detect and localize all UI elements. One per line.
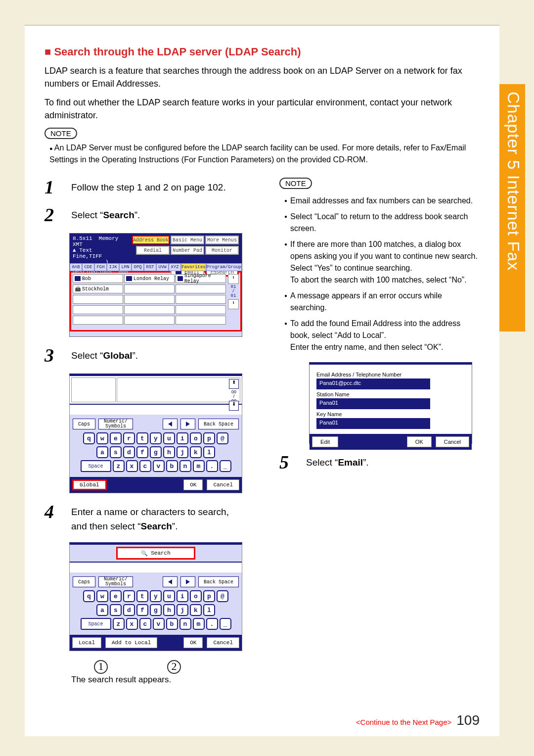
key-o[interactable]: o [190, 590, 202, 602]
key-g[interactable]: g [150, 604, 162, 616]
key-a[interactable]: a [96, 604, 108, 616]
scroll-down-button[interactable]: ⬇ [228, 299, 239, 309]
more-menus-button[interactable]: More Menus [205, 236, 239, 244]
key-v[interactable]: v [153, 460, 165, 472]
key-m[interactable]: m [193, 460, 205, 472]
key-q[interactable]: q [83, 432, 95, 444]
key-w[interactable]: w [96, 590, 108, 602]
key-t[interactable]: t [136, 432, 148, 444]
cursor-left-button[interactable] [163, 419, 178, 429]
key-l[interactable]: l [203, 446, 215, 458]
key-w[interactable]: w [96, 432, 108, 444]
key-r[interactable]: r [123, 432, 135, 444]
key-name-field[interactable]: Pana01 [316, 418, 430, 429]
search-button[interactable]: 🔍 Search [116, 547, 195, 560]
key-a[interactable]: a [96, 446, 108, 458]
email-field[interactable]: Pana01@pcc.dtc [316, 378, 430, 389]
redial-button[interactable]: Redial [136, 246, 170, 255]
basic-menu-button[interactable]: Basic Menu [171, 236, 204, 244]
list-item[interactable]: Bob [73, 274, 123, 283]
key-s[interactable]: s [110, 446, 122, 458]
scroll-up-button[interactable]: ⬆ [229, 379, 239, 389]
caps-button[interactable]: Caps [73, 419, 95, 429]
key-q[interactable]: q [83, 590, 95, 602]
cursor-right-button[interactable] [180, 576, 195, 587]
cancel-button[interactable]: Cancel [436, 436, 469, 447]
key-z[interactable]: z [113, 618, 125, 630]
key-e[interactable]: e [110, 590, 122, 602]
key-k[interactable]: k [190, 604, 202, 616]
cancel-button[interactable]: Cancel [207, 637, 239, 648]
alpha-tabs[interactable]: 0ABCDEFGH IJKLMNOPQ RSTUVWXYZ FavoritesP… [70, 263, 242, 271]
edit-button[interactable]: Edit [312, 436, 338, 447]
cursor-left-button[interactable] [163, 576, 178, 587]
key-@[interactable]: @ [217, 432, 228, 444]
key-t[interactable]: t [136, 590, 148, 602]
key-i[interactable]: i [177, 432, 188, 444]
key-v[interactable]: v [153, 618, 165, 630]
key-s[interactable]: s [110, 604, 122, 616]
global-button[interactable]: Global [72, 479, 107, 490]
backspace-button[interactable]: Back Space [198, 419, 239, 429]
key-i[interactable]: i [177, 590, 188, 602]
key-underscore[interactable]: _ [220, 618, 231, 630]
backspace-button[interactable]: Back Space [198, 576, 239, 587]
space-button[interactable]: Space [81, 460, 111, 472]
key-f[interactable]: f [136, 446, 148, 458]
key-h[interactable]: h [163, 446, 175, 458]
key-r[interactable]: r [123, 590, 135, 602]
cancel-button[interactable]: Cancel [207, 479, 239, 490]
key-d[interactable]: d [123, 446, 135, 458]
key-f[interactable]: f [136, 604, 148, 616]
numberpad-button[interactable]: Number Pad [171, 246, 204, 255]
key-c[interactable]: c [139, 460, 151, 472]
add-to-local-button[interactable]: Add to Local [105, 637, 157, 648]
numeric-symbols-button[interactable]: Numeric/ Symbols [98, 576, 133, 587]
key-n[interactable]: n [179, 460, 191, 472]
key-h[interactable]: h [163, 604, 175, 616]
key-y[interactable]: y [150, 432, 162, 444]
ok-button[interactable]: OK [183, 479, 203, 490]
search-input[interactable] [70, 562, 242, 572]
key-underscore[interactable]: _ [220, 460, 231, 472]
key-k[interactable]: k [190, 446, 202, 458]
ok-button[interactable]: OK [407, 436, 432, 447]
key-y[interactable]: y [150, 590, 162, 602]
list-item[interactable]: 📠 Stockholm [73, 284, 123, 293]
key-g[interactable]: g [150, 446, 162, 458]
key-m[interactable]: m [193, 618, 205, 630]
station-name-field[interactable]: Pana01 [316, 398, 430, 409]
key-j[interactable]: j [177, 604, 188, 616]
key-.[interactable]: . [206, 618, 218, 630]
key-x[interactable]: x [126, 618, 138, 630]
key-u[interactable]: u [163, 590, 175, 602]
key-c[interactable]: c [139, 618, 151, 630]
key-n[interactable]: n [179, 618, 191, 630]
local-button[interactable]: Local [72, 637, 101, 648]
ok-button[interactable]: OK [183, 637, 203, 648]
key-u[interactable]: u [163, 432, 175, 444]
scroll-up-button[interactable]: ⬆ [228, 274, 239, 284]
key-d[interactable]: d [123, 604, 135, 616]
key-b[interactable]: b [166, 618, 178, 630]
key-o[interactable]: o [190, 432, 202, 444]
key-@[interactable]: @ [217, 590, 228, 602]
key-e[interactable]: e [110, 432, 122, 444]
monitor-button[interactable]: Monitor [205, 246, 239, 255]
key-p[interactable]: p [203, 432, 215, 444]
search-input[interactable] [70, 404, 242, 415]
numeric-symbols-button[interactable]: Numeric/ Symbols [98, 419, 133, 429]
list-item[interactable]: Singapore Relay [176, 274, 226, 283]
key-z[interactable]: z [113, 460, 125, 472]
list-item[interactable]: London Relay [124, 274, 175, 283]
cursor-right-button[interactable] [180, 419, 195, 429]
key-p[interactable]: p [203, 590, 215, 602]
key-j[interactable]: j [177, 446, 188, 458]
addressbook-button[interactable]: Address Book [132, 236, 170, 244]
caps-button[interactable]: Caps [73, 576, 95, 587]
key-l[interactable]: l [203, 604, 215, 616]
key-.[interactable]: . [206, 460, 218, 472]
key-x[interactable]: x [126, 460, 138, 472]
space-button[interactable]: Space [81, 618, 111, 630]
key-b[interactable]: b [166, 460, 178, 472]
